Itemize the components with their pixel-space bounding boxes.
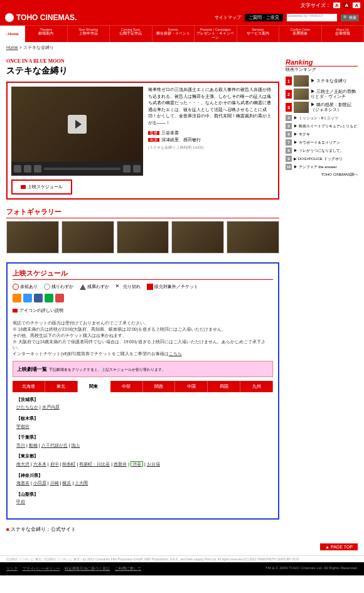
rank-num: 6	[286, 131, 292, 137]
region-tab-kanto[interactable]: 関東	[78, 381, 110, 392]
nav-coming-soon[interactable]: Coming Soon公開予定作品	[110, 26, 153, 42]
gallery-item[interactable]	[117, 221, 169, 254]
gallery-item[interactable]	[6, 221, 59, 254]
vit-link[interactable]: こちら	[169, 351, 182, 356]
theater-link[interactable]: 宇都宮	[16, 424, 29, 429]
rank-text: ▶ ステキな金縛り	[311, 78, 358, 83]
nav-services[interactable]: Servicesサービス案内	[237, 26, 280, 42]
facebook-icon[interactable]	[34, 294, 43, 302]
photo-gallery	[6, 221, 279, 254]
nav-confirm[interactable]: Confirm Order座席照会	[279, 26, 322, 42]
nav-theaters[interactable]: Theaters劇場案内	[25, 26, 68, 42]
region-tab-hokkaido[interactable]: 北海道	[13, 381, 45, 392]
theater-links: 南大沢|六本木|府中|錦糸町|有楽町・日比谷|西新井|渋谷|お台場	[16, 461, 269, 469]
rank-item[interactable]: 2▶ 三銃士／王妃の首飾りとダ・ヴィンチ	[286, 88, 358, 100]
theater-link[interactable]: 府中	[50, 462, 59, 466]
rank-item[interactable]: 8▶ ツレがうつになりまして。	[286, 147, 358, 154]
footer-link[interactable]: リンク	[6, 567, 18, 570]
search-input[interactable]: powered by YAHOO!	[287, 14, 337, 21]
synopsis: 将来性ゼロの三流弁護士エミにある殺人事件の被告人弁護が持ち込まれる。被告人は無罪…	[148, 87, 274, 195]
nav-events[interactable]: Events舞台挨拶・イベント	[153, 26, 195, 42]
prev-button[interactable]	[24, 165, 31, 173]
rank-item[interactable]: 1▶ ステキな金縛り	[286, 75, 358, 87]
main-nav: ⌂ Home Theaters劇場案内 Now Showing上映中作品 Com…	[0, 25, 364, 42]
schedule-section: 上映スケジュール 余裕あり 残りわずか 残席わずか ✕売り切れ 販売対象外／チケ…	[6, 262, 279, 520]
theater-link[interactable]: 八千代緑が丘	[41, 443, 68, 447]
region-tab-kyushu[interactable]: 九州	[240, 381, 273, 392]
region-tabs: 北海道 東北 関東 中部 関西 中国 四国 九州	[13, 381, 273, 392]
theater-link[interactable]: 西新井	[114, 462, 127, 466]
theater-link[interactable]: 海老名	[16, 481, 29, 485]
gallery-item[interactable]	[227, 221, 279, 254]
rank-num: 9	[286, 156, 292, 162]
region-tab-kansai[interactable]: 関西	[143, 381, 176, 392]
stop-button[interactable]	[34, 165, 41, 173]
rank-item[interactable]: 7▶ カウボーイ＆エイリアン	[286, 139, 358, 146]
region-tab-tohoku[interactable]: 東北	[45, 381, 78, 392]
breadcrumb-home[interactable]: Home	[6, 45, 18, 50]
theater-link[interactable]: 船橋	[29, 443, 38, 447]
theater-link[interactable]: 水戸内原	[42, 405, 60, 409]
sold-icon: ✕	[115, 284, 122, 290]
theater-link[interactable]: 有楽町・日比谷	[79, 462, 110, 466]
font-size-large[interactable]: A	[353, 3, 360, 8]
region-tab-chugoku[interactable]: 中国	[175, 381, 208, 392]
nav-campaigns[interactable]: Presents / Campaignsプレゼント・キャンペーン	[195, 26, 237, 42]
fullscreen-button[interactable]	[123, 165, 131, 173]
theater-link[interactable]: 川崎	[50, 481, 59, 485]
rss-icon[interactable]	[13, 294, 21, 302]
region-tab-shikoku[interactable]: 四国	[208, 381, 240, 392]
theater-link[interactable]: 上大岡	[75, 481, 88, 485]
share-icon[interactable]	[55, 294, 64, 302]
theater-link[interactable]: 小田原	[33, 481, 46, 485]
inquiry-link[interactable]: ご質問・ご意見	[245, 14, 283, 21]
theater-link[interactable]: 六本木	[33, 462, 46, 466]
nav-home[interactable]: ⌂ Home	[0, 26, 25, 42]
theater-link[interactable]: 横浜	[62, 481, 71, 485]
rank-item[interactable]: 4▶ ミッション：8ミニッツ	[286, 115, 358, 121]
theater-link[interactable]: お台場	[147, 462, 160, 466]
nav-about[interactable]: About Us企業情報	[322, 26, 365, 42]
sitemap-link[interactable]: サイトマップ	[215, 14, 241, 21]
hatena-icon[interactable]	[45, 294, 53, 302]
twitter-icon[interactable]	[23, 294, 32, 302]
icon-legend-button[interactable]: アイコンの詳しい説明	[13, 307, 63, 314]
video-screen[interactable]	[11, 87, 143, 162]
theater-link[interactable]: ひたちなか	[16, 405, 38, 409]
play-button[interactable]	[14, 165, 21, 173]
rank-text: ▶ カウボーイ＆エイリアン	[294, 141, 358, 145]
nav-now-showing[interactable]: Now Showing上映中作品	[68, 26, 110, 42]
official-site-link[interactable]: ステキな金縛り：公式サイト	[6, 526, 279, 533]
rank-item[interactable]: 6▶ モテキ	[286, 131, 358, 137]
footer-link[interactable]: 特定商取引法に基づく表記	[65, 567, 110, 570]
theater-link[interactable]: 市川	[16, 443, 25, 447]
rank-item[interactable]: 10▶ アンフェア the answer	[286, 164, 358, 170]
region-tab-chubu[interactable]: 中部	[110, 381, 143, 392]
rank-text: ▶ ミッション：8ミニッツ	[294, 116, 358, 120]
volume-button[interactable]	[133, 165, 141, 173]
rank-item[interactable]: 9▶ DOG×POLICE ドッグポリ	[286, 156, 358, 162]
logo[interactable]: TOHO CINEMAS.	[5, 13, 77, 22]
search-button[interactable]: 🔍 検索	[341, 14, 359, 21]
footer-link[interactable]: ご利用に際して	[115, 567, 141, 570]
director-label: 監督	[148, 131, 159, 135]
schedule-button[interactable]: 上映スケジュール	[14, 183, 69, 191]
theater-link[interactable]: 甲府	[16, 500, 25, 504]
pagetop-button[interactable]: ▲ PAGE TOP	[320, 543, 358, 550]
theater-link[interactable]: 渋谷	[131, 461, 143, 467]
font-size-med[interactable]: A	[343, 3, 350, 8]
pref-name: 【栃木県】	[16, 415, 269, 423]
ranking-more[interactable]: TOHO CINEMAS調べ	[286, 172, 358, 178]
rank-item[interactable]: 3▶ 猿の惑星：創世記（ジェネシス）	[286, 102, 358, 113]
rank-item[interactable]: 5▶ 映画スイートプリキュア♪とりもど	[286, 123, 358, 129]
gallery-item[interactable]	[62, 221, 114, 254]
theater-link[interactable]: 錦糸町	[62, 462, 75, 466]
play-icon[interactable]	[68, 115, 87, 134]
theater-link[interactable]: 流山	[71, 443, 80, 447]
footer-link[interactable]: プライバシーポリシー	[23, 567, 60, 570]
gallery-item[interactable]	[171, 221, 224, 254]
font-size-small[interactable]: A	[333, 3, 341, 8]
progress-bar[interactable]	[44, 168, 120, 170]
theater-link[interactable]: 南大沢	[16, 462, 29, 466]
rank-text: ▶ アンフェア the answer	[294, 165, 358, 169]
